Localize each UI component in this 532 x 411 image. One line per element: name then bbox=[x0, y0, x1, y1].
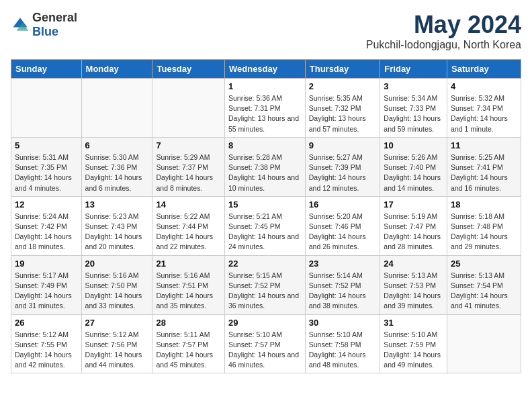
day-number: 28 bbox=[156, 318, 221, 328]
calendar-cell: 11Sunrise: 5:25 AMSunset: 7:41 PMDayligh… bbox=[447, 137, 521, 196]
day-number: 3 bbox=[384, 81, 443, 91]
calendar-cell: 21Sunrise: 5:16 AMSunset: 7:51 PMDayligh… bbox=[152, 255, 225, 314]
day-info: Sunrise: 5:18 AMSunset: 7:48 PMDaylight:… bbox=[451, 212, 517, 253]
day-number: 27 bbox=[85, 318, 149, 328]
calendar-cell: 28Sunrise: 5:11 AMSunset: 7:57 PMDayligh… bbox=[152, 314, 225, 373]
calendar-week-4: 19Sunrise: 5:17 AMSunset: 7:49 PMDayligh… bbox=[11, 255, 521, 314]
day-number: 10 bbox=[384, 140, 443, 150]
day-info: Sunrise: 5:25 AMSunset: 7:41 PMDaylight:… bbox=[451, 152, 517, 193]
calendar-cell: 15Sunrise: 5:21 AMSunset: 7:45 PMDayligh… bbox=[224, 196, 305, 255]
day-number: 24 bbox=[384, 259, 443, 269]
calendar-cell bbox=[447, 314, 521, 373]
day-info: Sunrise: 5:12 AMSunset: 7:55 PMDaylight:… bbox=[15, 330, 78, 371]
day-info: Sunrise: 5:28 AMSunset: 7:38 PMDaylight:… bbox=[228, 152, 302, 193]
day-number: 13 bbox=[85, 199, 149, 210]
day-number: 7 bbox=[156, 140, 221, 150]
day-number: 21 bbox=[156, 259, 221, 269]
day-info: Sunrise: 5:34 AMSunset: 7:33 PMDaylight:… bbox=[384, 93, 443, 134]
calendar-cell: 5Sunrise: 5:31 AMSunset: 7:35 PMDaylight… bbox=[11, 137, 82, 196]
day-number: 31 bbox=[384, 318, 443, 328]
calendar-cell: 23Sunrise: 5:14 AMSunset: 7:52 PMDayligh… bbox=[305, 255, 380, 314]
logo-general-text: General bbox=[32, 11, 77, 24]
day-info: Sunrise: 5:21 AMSunset: 7:45 PMDaylight:… bbox=[228, 212, 302, 253]
day-number: 14 bbox=[156, 199, 221, 210]
day-number: 23 bbox=[309, 259, 377, 269]
calendar-cell: 7Sunrise: 5:29 AMSunset: 7:37 PMDaylight… bbox=[152, 137, 225, 196]
day-number: 22 bbox=[228, 259, 302, 269]
calendar-subtitle: Pukchil-Iodongjagu, North Korea bbox=[366, 39, 521, 51]
calendar-cell: 17Sunrise: 5:19 AMSunset: 7:47 PMDayligh… bbox=[380, 196, 447, 255]
calendar-cell: 10Sunrise: 5:26 AMSunset: 7:40 PMDayligh… bbox=[380, 137, 447, 196]
calendar-cell: 24Sunrise: 5:13 AMSunset: 7:53 PMDayligh… bbox=[380, 255, 447, 314]
day-number: 2 bbox=[309, 81, 377, 91]
day-number: 9 bbox=[309, 140, 377, 150]
weekday-header-monday: Monday bbox=[81, 60, 152, 79]
day-number: 25 bbox=[451, 259, 517, 269]
calendar-cell: 27Sunrise: 5:12 AMSunset: 7:56 PMDayligh… bbox=[81, 314, 152, 373]
weekday-header-tuesday: Tuesday bbox=[152, 60, 225, 79]
weekday-header-wednesday: Wednesday bbox=[224, 60, 305, 79]
calendar-cell: 20Sunrise: 5:16 AMSunset: 7:50 PMDayligh… bbox=[81, 255, 152, 314]
calendar-cell: 13Sunrise: 5:23 AMSunset: 7:43 PMDayligh… bbox=[81, 196, 152, 255]
day-info: Sunrise: 5:36 AMSunset: 7:31 PMDaylight:… bbox=[228, 93, 302, 134]
day-info: Sunrise: 5:15 AMSunset: 7:52 PMDaylight:… bbox=[228, 271, 302, 312]
day-number: 17 bbox=[384, 199, 443, 210]
day-info: Sunrise: 5:10 AMSunset: 7:57 PMDaylight:… bbox=[228, 330, 302, 371]
day-info: Sunrise: 5:17 AMSunset: 7:49 PMDaylight:… bbox=[15, 271, 78, 312]
calendar-cell: 29Sunrise: 5:10 AMSunset: 7:57 PMDayligh… bbox=[224, 314, 305, 373]
day-number: 1 bbox=[228, 81, 302, 91]
calendar-cell: 14Sunrise: 5:22 AMSunset: 7:44 PMDayligh… bbox=[152, 196, 225, 255]
day-number: 8 bbox=[228, 140, 302, 150]
weekday-header-row: SundayMondayTuesdayWednesdayThursdayFrid… bbox=[11, 60, 521, 79]
page-header: General Blue May 2024 Pukchil-Iodongjagu… bbox=[11, 11, 521, 51]
day-info: Sunrise: 5:24 AMSunset: 7:42 PMDaylight:… bbox=[15, 212, 78, 253]
day-info: Sunrise: 5:26 AMSunset: 7:40 PMDaylight:… bbox=[384, 152, 443, 193]
day-info: Sunrise: 5:11 AMSunset: 7:57 PMDaylight:… bbox=[156, 330, 221, 371]
calendar-cell: 31Sunrise: 5:10 AMSunset: 7:59 PMDayligh… bbox=[380, 314, 447, 373]
day-number: 11 bbox=[451, 140, 517, 150]
calendar-header: SundayMondayTuesdayWednesdayThursdayFrid… bbox=[11, 60, 521, 79]
logo: General Blue bbox=[11, 11, 77, 39]
day-number: 29 bbox=[228, 318, 302, 328]
calendar-cell bbox=[11, 79, 82, 138]
calendar-cell: 18Sunrise: 5:18 AMSunset: 7:48 PMDayligh… bbox=[447, 196, 521, 255]
day-number: 16 bbox=[309, 199, 377, 210]
weekday-header-sunday: Sunday bbox=[11, 60, 82, 79]
weekday-header-thursday: Thursday bbox=[305, 60, 380, 79]
calendar-cell: 22Sunrise: 5:15 AMSunset: 7:52 PMDayligh… bbox=[224, 255, 305, 314]
day-info: Sunrise: 5:13 AMSunset: 7:53 PMDaylight:… bbox=[384, 271, 443, 312]
day-info: Sunrise: 5:32 AMSunset: 7:34 PMDaylight:… bbox=[451, 93, 517, 134]
day-number: 18 bbox=[451, 199, 517, 210]
calendar-cell: 1Sunrise: 5:36 AMSunset: 7:31 PMDaylight… bbox=[224, 79, 305, 138]
title-block: May 2024 Pukchil-Iodongjagu, North Korea bbox=[366, 11, 521, 51]
calendar-cell: 30Sunrise: 5:10 AMSunset: 7:58 PMDayligh… bbox=[305, 314, 380, 373]
calendar-cell: 19Sunrise: 5:17 AMSunset: 7:49 PMDayligh… bbox=[11, 255, 82, 314]
calendar-cell: 6Sunrise: 5:30 AMSunset: 7:36 PMDaylight… bbox=[81, 137, 152, 196]
day-info: Sunrise: 5:16 AMSunset: 7:51 PMDaylight:… bbox=[156, 271, 221, 312]
calendar-cell bbox=[152, 79, 225, 138]
day-info: Sunrise: 5:35 AMSunset: 7:32 PMDaylight:… bbox=[309, 93, 377, 134]
day-info: Sunrise: 5:14 AMSunset: 7:52 PMDaylight:… bbox=[309, 271, 377, 312]
day-info: Sunrise: 5:10 AMSunset: 7:58 PMDaylight:… bbox=[309, 330, 377, 371]
calendar-week-2: 5Sunrise: 5:31 AMSunset: 7:35 PMDaylight… bbox=[11, 137, 521, 196]
calendar-cell: 8Sunrise: 5:28 AMSunset: 7:38 PMDaylight… bbox=[224, 137, 305, 196]
calendar-cell: 16Sunrise: 5:20 AMSunset: 7:46 PMDayligh… bbox=[305, 196, 380, 255]
day-number: 4 bbox=[451, 81, 517, 91]
calendar-cell: 9Sunrise: 5:27 AMSunset: 7:39 PMDaylight… bbox=[305, 137, 380, 196]
logo-blue-text: Blue bbox=[32, 25, 58, 38]
calendar-cell bbox=[81, 79, 152, 138]
day-info: Sunrise: 5:19 AMSunset: 7:47 PMDaylight:… bbox=[384, 212, 443, 253]
day-info: Sunrise: 5:29 AMSunset: 7:37 PMDaylight:… bbox=[156, 152, 221, 193]
logo-icon bbox=[11, 15, 30, 34]
day-number: 26 bbox=[15, 318, 78, 328]
day-info: Sunrise: 5:12 AMSunset: 7:56 PMDaylight:… bbox=[85, 330, 149, 371]
calendar-week-1: 1Sunrise: 5:36 AMSunset: 7:31 PMDaylight… bbox=[11, 79, 521, 138]
weekday-header-friday: Friday bbox=[380, 60, 447, 79]
calendar-cell: 12Sunrise: 5:24 AMSunset: 7:42 PMDayligh… bbox=[11, 196, 82, 255]
calendar-body: 1Sunrise: 5:36 AMSunset: 7:31 PMDaylight… bbox=[11, 79, 521, 373]
day-number: 30 bbox=[309, 318, 377, 328]
calendar-cell: 2Sunrise: 5:35 AMSunset: 7:32 PMDaylight… bbox=[305, 79, 380, 138]
day-info: Sunrise: 5:22 AMSunset: 7:44 PMDaylight:… bbox=[156, 212, 221, 253]
calendar-cell: 3Sunrise: 5:34 AMSunset: 7:33 PMDaylight… bbox=[380, 79, 447, 138]
day-info: Sunrise: 5:31 AMSunset: 7:35 PMDaylight:… bbox=[15, 152, 78, 193]
